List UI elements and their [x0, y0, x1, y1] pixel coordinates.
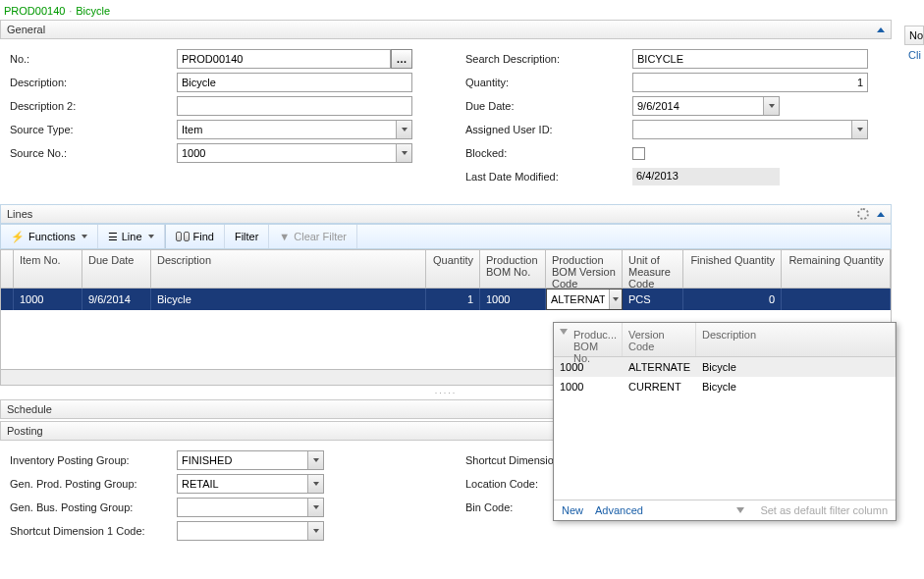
- blocked-checkbox[interactable]: [632, 147, 645, 160]
- prod-bom-ver-input[interactable]: [547, 290, 609, 309]
- section-lines-label: Lines: [7, 208, 32, 220]
- source-type-select[interactable]: Item: [177, 120, 412, 139]
- quantity-label: Quantity:: [465, 77, 632, 88]
- bom-version-lookup: Produc... BOM No. Version Code Descripti…: [553, 322, 897, 521]
- lookup-filter-hint[interactable]: Set as default filter column: [760, 504, 888, 516]
- cell-quantity[interactable]: 1: [426, 289, 480, 310]
- filter-icon: [560, 329, 568, 335]
- inv-group-label: Inventory Posting Group:: [10, 454, 177, 466]
- functions-menu[interactable]: ⚡Functions: [1, 225, 98, 248]
- filter-icon: ▼: [279, 231, 290, 242]
- last-modified-value: 6/4/2013: [632, 168, 780, 185]
- dropdown-icon[interactable]: [307, 499, 323, 516]
- lookup-col-bom-no[interactable]: Produc... BOM No.: [573, 329, 617, 350]
- lookup-col-desc[interactable]: Description: [696, 323, 896, 356]
- dropdown-icon[interactable]: [763, 97, 779, 115]
- section-posting-label: Posting: [7, 425, 43, 437]
- section-general-header[interactable]: General: [0, 20, 892, 39]
- lookup-col-version[interactable]: Version Code: [623, 323, 696, 356]
- col-prod-bom-ver[interactable]: Production BOM Version Code: [546, 250, 623, 288]
- cell-prod-bom-no[interactable]: 1000: [480, 289, 546, 310]
- last-modified-label: Last Date Modified:: [465, 171, 632, 183]
- no-lookup-button[interactable]: …: [391, 49, 412, 69]
- filter-icon: [736, 507, 744, 513]
- description-label: Description:: [10, 77, 177, 88]
- chevron-down-icon: [82, 235, 87, 238]
- chevron-up-icon: [877, 27, 885, 32]
- shortcut1-select[interactable]: [177, 521, 324, 541]
- section-lines-header[interactable]: Lines: [0, 204, 892, 224]
- cell-due-date[interactable]: 9/6/2014: [82, 289, 151, 310]
- title-separator: ·: [69, 5, 72, 17]
- gear-icon[interactable]: [857, 208, 869, 220]
- no-field[interactable]: [177, 49, 391, 69]
- due-date-label: Due Date:: [465, 100, 632, 112]
- line-icon: ☰: [108, 231, 118, 243]
- shortcut1-label: Shortcut Dimension 1 Code:: [10, 525, 177, 537]
- dropdown-icon[interactable]: [307, 522, 323, 540]
- col-description[interactable]: Description: [151, 250, 426, 288]
- source-no-select[interactable]: 1000: [177, 143, 412, 163]
- lookup-row[interactable]: 1000 CURRENT Bicycle: [554, 377, 896, 396]
- col-due-date[interactable]: Due Date: [82, 250, 151, 288]
- blocked-label: Blocked:: [465, 147, 632, 159]
- line-menu[interactable]: ☰Line: [98, 225, 165, 248]
- inv-group-select[interactable]: FINISHED: [177, 450, 324, 470]
- gen-prod-label: Gen. Prod. Posting Group:: [10, 478, 177, 490]
- table-row[interactable]: 1000 9/6/2014 Bicycle 1 1000 PCS 0: [1, 289, 891, 310]
- no-label: No.:: [10, 53, 177, 65]
- search-desc-field[interactable]: [632, 49, 868, 69]
- cell-uom[interactable]: PCS: [623, 289, 683, 310]
- lines-toolbar: ⚡Functions ☰Line Find Filter ▼Clear Filt…: [0, 224, 892, 249]
- description2-label: Description 2:: [10, 100, 177, 112]
- cell-prod-bom-ver[interactable]: [546, 289, 623, 310]
- gen-prod-select[interactable]: RETAIL: [177, 474, 324, 494]
- col-prod-bom-no[interactable]: Production BOM No.: [480, 250, 546, 288]
- page-title: PROD00140 · Bicycle: [0, 0, 924, 20]
- col-fin-qty[interactable]: Finished Quantity: [683, 250, 782, 288]
- chevron-up-icon: [877, 212, 885, 217]
- dropdown-icon[interactable]: [307, 451, 323, 469]
- lookup-advanced-link[interactable]: Advanced: [595, 504, 643, 516]
- title-name: Bicycle: [76, 5, 110, 17]
- section-general-label: General: [7, 24, 45, 35]
- chevron-down-icon: [148, 235, 154, 238]
- cell-description[interactable]: Bicycle: [151, 289, 426, 310]
- gen-bus-select[interactable]: [177, 498, 324, 517]
- source-no-label: Source No.:: [10, 147, 177, 159]
- title-id: PROD00140: [4, 5, 65, 17]
- search-desc-label: Search Description:: [465, 53, 632, 65]
- assigned-user-label: Assigned User ID:: [465, 124, 632, 135]
- col-item-no[interactable]: Item No.: [14, 250, 82, 288]
- cell-fin-qty[interactable]: 0: [683, 289, 782, 310]
- quantity-field[interactable]: [632, 73, 868, 92]
- dropdown-icon[interactable]: [851, 121, 867, 138]
- notes-panel-link[interactable]: Cli: [904, 45, 924, 65]
- col-rem-qty[interactable]: Remaining Quantity: [782, 250, 891, 288]
- bolt-icon: ⚡: [11, 231, 25, 243]
- assigned-user-select[interactable]: [632, 120, 868, 139]
- dropdown-icon[interactable]: [396, 121, 411, 138]
- col-uom[interactable]: Unit of Measure Code: [623, 250, 683, 288]
- description-field[interactable]: [177, 73, 412, 92]
- due-date-select[interactable]: 9/6/2014: [632, 96, 780, 116]
- clear-filter-button[interactable]: ▼Clear Filter: [269, 225, 357, 248]
- gen-bus-label: Gen. Bus. Posting Group:: [10, 501, 177, 513]
- source-type-label: Source Type:: [10, 124, 177, 135]
- find-button[interactable]: Find: [166, 225, 225, 248]
- dropdown-icon[interactable]: [307, 475, 323, 493]
- cell-rem-qty[interactable]: [782, 289, 891, 310]
- lookup-new-link[interactable]: New: [562, 504, 583, 516]
- dropdown-icon[interactable]: [609, 290, 622, 309]
- notes-panel-header[interactable]: No: [904, 26, 924, 45]
- description2-field[interactable]: [177, 96, 412, 116]
- cell-item-no[interactable]: 1000: [14, 289, 82, 310]
- dropdown-icon[interactable]: [396, 144, 411, 162]
- col-quantity[interactable]: Quantity: [426, 250, 480, 288]
- find-icon: [176, 232, 190, 241]
- lookup-row[interactable]: 1000 ALTERNATE Bicycle: [554, 357, 896, 377]
- section-schedule-label: Schedule: [7, 403, 52, 415]
- filter-button[interactable]: Filter: [225, 225, 269, 248]
